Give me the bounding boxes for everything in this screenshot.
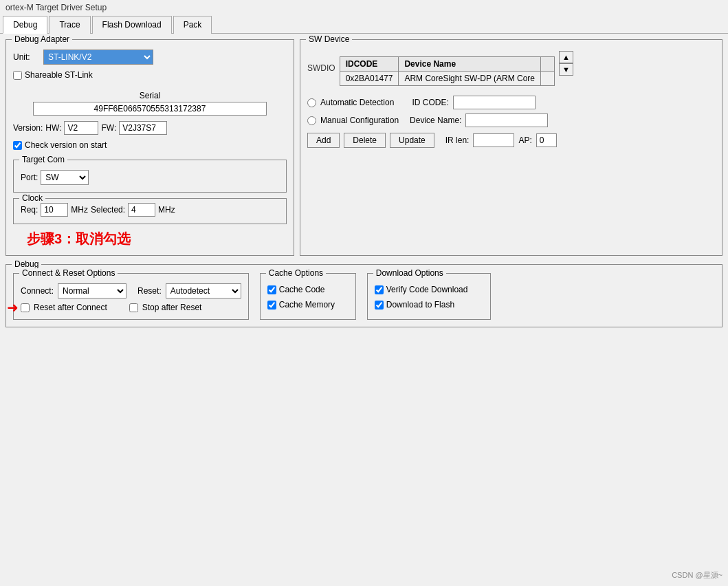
selected-input[interactable] <box>128 203 155 217</box>
serial-input[interactable] <box>33 102 267 116</box>
more-header <box>541 57 555 72</box>
device-name-field-label: Device Name: <box>410 116 461 125</box>
reset-after-connect-checkbox[interactable] <box>21 303 30 312</box>
target-com-group: Target Com Port: SW <box>13 160 287 193</box>
unit-label: Unit: <box>13 52 41 62</box>
cache-options-group: Cache Options Cache Code Cache Memory <box>260 273 356 320</box>
table-row[interactable]: 0x2BA01477 ARM CoreSight SW-DP (ARM Core <box>340 72 554 86</box>
target-com-title: Target Com <box>19 155 67 164</box>
debug-bottom-inner: Connect & Reset Options Connect: Normal … <box>13 273 715 320</box>
connect-reset-group: Connect & Reset Options Connect: Normal … <box>13 273 249 320</box>
id-code-input[interactable] <box>453 96 536 109</box>
tab-bar: Debug Trace Flash Download Pack <box>0 15 728 34</box>
download-options-title: Download Options <box>373 268 446 278</box>
unit-row: Unit: ST-LINK/V2 <box>13 50 287 65</box>
download-flash-checkbox[interactable] <box>375 301 384 310</box>
cache-memory-checkbox[interactable] <box>267 301 276 310</box>
stop-after-reset-checkbox[interactable] <box>129 303 138 312</box>
csdn-watermark: CSDN @星源~ <box>672 570 723 580</box>
tab-flash-download[interactable]: Flash Download <box>92 16 172 34</box>
version-row: Version: HW: FW: <box>13 121 287 135</box>
version-label: Version: <box>13 123 43 133</box>
req-label: Req: <box>21 205 38 215</box>
reset-after-connect-label: Reset after Connect <box>34 303 107 312</box>
auto-detect-label: Automatic Detection <box>320 98 394 107</box>
serial-box: Serial <box>13 91 287 116</box>
more-cell <box>541 72 555 86</box>
reset-after-connect-row: ➜ Reset after Connect Stop after Reset <box>21 303 241 312</box>
update-button[interactable]: Update <box>390 133 434 148</box>
clock-fields: Req: MHz Selected: MHz <box>21 203 279 217</box>
id-code-label: ID CODE: <box>412 98 448 107</box>
selected-label: Selected: <box>91 205 125 215</box>
debug-adapter-group: Debug Adapter Unit: ST-LINK/V2 Shareable… <box>5 39 294 256</box>
stop-after-reset-label: Stop after Reset <box>142 303 202 312</box>
delete-button[interactable]: Delete <box>344 133 386 148</box>
ap-input[interactable] <box>536 133 557 147</box>
check-version-row: Check version on start <box>13 140 287 150</box>
title-text: ortex-M Target Driver Setup <box>5 3 107 12</box>
idcode-cell: 0x2BA01477 <box>340 72 399 86</box>
port-row: Port: SW <box>21 170 279 185</box>
fw-value[interactable] <box>119 121 167 135</box>
auto-detect-radio[interactable] <box>307 98 316 107</box>
serial-label: Serial <box>13 91 287 100</box>
shareable-checkbox[interactable] <box>13 71 22 80</box>
clock-title: Clock <box>19 193 45 203</box>
tab-trace[interactable]: Trace <box>49 16 90 34</box>
sw-table: IDCODE Device Name 0x2BA01477 ARM CoreSi… <box>340 56 555 86</box>
connect-label: Connect: <box>21 286 54 296</box>
tab-debug[interactable]: Debug <box>3 16 47 34</box>
red-arrow-icon: ➜ <box>7 299 19 316</box>
manual-config-radio[interactable] <box>307 116 316 125</box>
check-version-label: Check version on start <box>25 140 107 150</box>
scroll-down-btn[interactable]: ▼ <box>559 63 573 76</box>
sw-device-group: SW Device SWDIO IDCODE Device Name 0x2B <box>300 39 723 256</box>
verify-code-label: Verify Code Download <box>386 285 468 294</box>
port-select[interactable]: SW <box>41 170 89 185</box>
cache-code-checkbox[interactable] <box>267 285 276 294</box>
cache-options-title: Cache Options <box>266 268 326 278</box>
mhz-label2: MHz <box>158 205 175 215</box>
shareable-label: Shareable ST-Link <box>25 70 93 80</box>
swdio-label: SWDIO <box>307 63 335 73</box>
ir-len-label: IR len: <box>445 135 470 145</box>
connect-select[interactable]: Normal <box>58 283 126 299</box>
cache-memory-row: Cache Memory <box>267 300 349 310</box>
auto-detect-row: Automatic Detection ID CODE: <box>307 96 715 109</box>
verify-code-row: Verify Code Download <box>375 285 483 294</box>
ir-len-input[interactable] <box>473 133 514 147</box>
top-section: Debug Adapter Unit: ST-LINK/V2 Shareable… <box>5 39 723 256</box>
idcode-header: IDCODE <box>340 57 399 72</box>
download-flash-label: Download to Flash <box>386 300 454 310</box>
annotation-text: 步骤3：取消勾选 <box>27 230 287 248</box>
req-input[interactable] <box>41 203 68 217</box>
unit-select[interactable]: ST-LINK/V2 <box>43 50 153 65</box>
reset-select[interactable]: Autodetect <box>166 283 241 299</box>
tab-pack[interactable]: Pack <box>173 16 212 34</box>
device-name-input[interactable] <box>465 113 548 127</box>
debug-bottom-title: Debug <box>12 259 41 269</box>
connect-row: Connect: Normal Reset: Autodetect <box>21 283 241 299</box>
reset-label: Reset: <box>137 286 162 296</box>
shareable-row: Shareable ST-Link <box>13 70 287 80</box>
hw-label: HW: <box>45 123 61 133</box>
debug-bottom-group: Debug Connect & Reset Options Connect: N… <box>5 264 723 327</box>
debug-adapter-title: Debug Adapter <box>12 34 72 44</box>
manual-config-label: Manual Configuration <box>320 116 399 125</box>
hw-value[interactable] <box>64 121 98 135</box>
verify-code-checkbox[interactable] <box>375 285 384 294</box>
add-button[interactable]: Add <box>307 133 340 148</box>
download-options-group: Download Options Verify Code Download Do… <box>367 273 491 320</box>
title-bar: ortex-M Target Driver Setup <box>0 0 728 15</box>
port-label: Port: <box>21 173 38 182</box>
manual-config-row: Manual Configuration Device Name: <box>307 113 715 127</box>
sw-device-title: SW Device <box>306 34 352 44</box>
download-flash-row: Download to Flash <box>375 300 483 310</box>
scroll-up-btn[interactable]: ▲ <box>559 51 573 63</box>
cache-code-row: Cache Code <box>267 285 349 294</box>
check-version-checkbox[interactable] <box>13 141 22 150</box>
device-name-cell: ARM CoreSight SW-DP (ARM Core <box>399 72 541 86</box>
fw-label: FW: <box>101 123 116 133</box>
connect-reset-title: Connect & Reset Options <box>19 268 118 278</box>
